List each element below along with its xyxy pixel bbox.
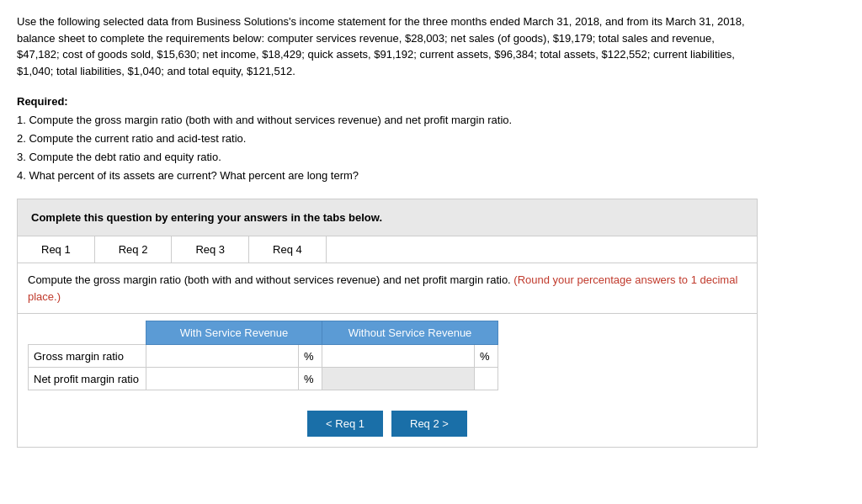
gross-margin-without-pct: %: [475, 345, 498, 368]
col-header-empty: [29, 321, 146, 345]
data-table-wrapper: With Service Revenue Without Service Rev…: [18, 314, 757, 401]
net-profit-without-input-cell: [322, 368, 475, 390]
prev-button[interactable]: < Req 1: [307, 411, 383, 437]
table-row: Net profit margin ratio %: [29, 368, 498, 390]
table-row: Gross margin ratio % %: [29, 345, 498, 368]
instruction-text: Complete this question by entering your …: [31, 211, 382, 224]
col-header-without-service: Without Service Revenue: [322, 321, 498, 345]
net-profit-label: Net profit margin ratio: [29, 368, 146, 390]
net-profit-with-input-cell[interactable]: [146, 368, 299, 390]
intro-text: Use the following selected data from Bus…: [17, 13, 758, 79]
ratios-table: With Service Revenue Without Service Rev…: [28, 321, 498, 390]
required-item-4: 4. What percent of its assets are curren…: [17, 167, 758, 185]
net-profit-with-input[interactable]: [146, 368, 298, 390]
required-section: Required: 1. Compute the gross margin ra…: [17, 93, 758, 185]
net-profit-with-pct: %: [299, 368, 322, 390]
next-button[interactable]: Req 2 >: [391, 411, 467, 437]
tab-req1[interactable]: Req 1: [18, 236, 95, 263]
gross-margin-with-pct: %: [299, 345, 322, 368]
gross-margin-without-input[interactable]: [322, 345, 474, 367]
gross-margin-without-input-cell[interactable]: [322, 345, 475, 368]
gross-margin-with-input[interactable]: [146, 345, 298, 367]
net-profit-without-pct: [475, 368, 498, 390]
required-title: Required:: [17, 93, 758, 111]
gross-margin-label: Gross margin ratio: [29, 345, 146, 368]
gross-margin-with-input-cell[interactable]: [146, 345, 299, 368]
tabs-container: Req 1 Req 2 Req 3 Req 4 Compute the gros…: [17, 236, 758, 448]
required-item-3: 3. Compute the debt ratio and equity rat…: [17, 148, 758, 167]
tab-req2[interactable]: Req 2: [95, 236, 173, 263]
tab-req3[interactable]: Req 3: [172, 236, 249, 263]
col-header-with-service: With Service Revenue: [146, 321, 322, 345]
tab-instruction-text: Compute the gross margin ratio (both wit…: [28, 273, 511, 286]
tab-req4[interactable]: Req 4: [249, 236, 327, 263]
required-item-2: 2. Compute the current ratio and acid-te…: [17, 130, 758, 148]
tab-instruction: Compute the gross margin ratio (both wit…: [18, 263, 757, 314]
buttons-row: < Req 1 Req 2 >: [18, 401, 757, 447]
tabs-row: Req 1 Req 2 Req 3 Req 4: [18, 236, 757, 263]
required-item-1: 1. Compute the gross margin ratio (both …: [17, 111, 758, 130]
instruction-box: Complete this question by entering your …: [17, 199, 758, 236]
